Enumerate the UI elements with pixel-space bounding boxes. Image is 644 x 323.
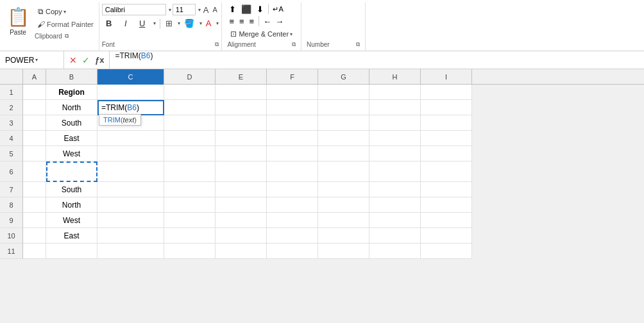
increase-font-size-button[interactable]: A bbox=[202, 5, 210, 15]
confirm-formula-icon[interactable]: ✓ bbox=[82, 55, 90, 65]
align-middle-button[interactable]: ⬛ bbox=[239, 4, 253, 14]
cell-I6[interactable] bbox=[421, 162, 472, 182]
cell-name-box[interactable]: POWER ▾ bbox=[0, 51, 64, 69]
cell-A8[interactable] bbox=[23, 197, 46, 213]
cell-B5[interactable]: West bbox=[46, 146, 97, 162]
formula-input[interactable]: =TRIM(B6) bbox=[110, 51, 644, 69]
cell-F1[interactable] bbox=[267, 85, 318, 100]
format-painter-button[interactable]: 🖌 Format Painter bbox=[35, 19, 96, 30]
cell-A6[interactable] bbox=[23, 162, 46, 182]
cell-F10[interactable] bbox=[267, 228, 318, 244]
cell-I2[interactable] bbox=[421, 100, 472, 115]
increase-indent-button[interactable]: → bbox=[274, 17, 285, 26]
col-header-B[interactable]: B bbox=[46, 69, 97, 85]
cell-C6[interactable] bbox=[97, 162, 164, 182]
cell-E5[interactable] bbox=[216, 146, 267, 162]
col-header-G[interactable]: G bbox=[318, 69, 369, 85]
col-header-I[interactable]: I bbox=[421, 69, 472, 85]
bold-button[interactable]: B bbox=[102, 17, 116, 29]
cell-A10[interactable] bbox=[23, 228, 46, 244]
row-header-6[interactable]: 6 bbox=[0, 162, 23, 182]
cell-A1[interactable] bbox=[23, 85, 46, 100]
row-header-1[interactable]: 1 bbox=[0, 85, 23, 100]
cell-F2[interactable] bbox=[267, 100, 318, 115]
cell-B11[interactable] bbox=[46, 244, 97, 259]
cell-C5[interactable] bbox=[97, 146, 164, 162]
cell-A3[interactable] bbox=[23, 115, 46, 131]
copy-dropdown-arrow[interactable]: ▾ bbox=[64, 9, 66, 15]
align-right-button[interactable]: ≡ bbox=[248, 17, 257, 26]
cell-A5[interactable] bbox=[23, 146, 46, 162]
merge-dropdown[interactable]: ▾ bbox=[290, 31, 292, 37]
cell-E1[interactable] bbox=[216, 85, 267, 100]
cell-B7[interactable]: South bbox=[46, 182, 97, 197]
cell-F8[interactable] bbox=[267, 197, 318, 213]
col-header-C[interactable]: C bbox=[97, 69, 164, 85]
cell-H6[interactable] bbox=[369, 162, 421, 182]
cell-D7[interactable] bbox=[164, 182, 216, 197]
cell-H10[interactable] bbox=[369, 228, 421, 244]
cell-D2[interactable] bbox=[164, 100, 216, 115]
font-color-button[interactable]: A bbox=[205, 19, 213, 28]
cell-F7[interactable] bbox=[267, 182, 318, 197]
cell-G5[interactable] bbox=[318, 146, 369, 162]
cell-F9[interactable] bbox=[267, 213, 318, 228]
cell-G4[interactable] bbox=[318, 131, 369, 146]
cell-F5[interactable] bbox=[267, 146, 318, 162]
merge-center-button[interactable]: ⊡ Merge & Center ▾ bbox=[227, 28, 296, 40]
font-name-input[interactable] bbox=[102, 4, 166, 15]
decrease-font-size-button[interactable]: A bbox=[211, 6, 218, 13]
cell-I3[interactable] bbox=[421, 115, 472, 131]
cell-C11[interactable] bbox=[97, 244, 164, 259]
row-header-5[interactable]: 5 bbox=[0, 146, 23, 162]
row-header-8[interactable]: 8 bbox=[0, 197, 23, 213]
cell-G8[interactable] bbox=[318, 197, 369, 213]
cell-B8[interactable]: North bbox=[46, 197, 97, 213]
cell-E10[interactable] bbox=[216, 228, 267, 244]
font-expand-icon[interactable]: ⧉ bbox=[215, 41, 219, 48]
cell-H1[interactable] bbox=[369, 85, 421, 100]
cell-B4[interactable]: East bbox=[46, 131, 97, 146]
decrease-indent-button[interactable]: ← bbox=[262, 17, 273, 26]
cell-H2[interactable] bbox=[369, 100, 421, 115]
alignment-expand-icon[interactable]: ⧉ bbox=[292, 41, 296, 48]
row-header-9[interactable]: 9 bbox=[0, 213, 23, 228]
align-center-button[interactable]: ≡ bbox=[237, 17, 246, 26]
fill-color-button[interactable]: 🪣 bbox=[183, 19, 196, 28]
cell-G10[interactable] bbox=[318, 228, 369, 244]
cell-D6[interactable] bbox=[164, 162, 216, 182]
font-size-dropdown[interactable]: ▾ bbox=[198, 7, 201, 13]
row-header-10[interactable]: 10 bbox=[0, 228, 23, 244]
cell-H9[interactable] bbox=[369, 213, 421, 228]
cell-D5[interactable] bbox=[164, 146, 216, 162]
cell-B9[interactable]: West bbox=[46, 213, 97, 228]
row-header-7[interactable]: 7 bbox=[0, 182, 23, 197]
number-expand-icon[interactable]: ⧉ bbox=[356, 41, 360, 48]
align-top-button[interactable]: ⬆ bbox=[227, 4, 238, 14]
cell-D4[interactable] bbox=[164, 131, 216, 146]
cell-I10[interactable] bbox=[421, 228, 472, 244]
cell-E2[interactable] bbox=[216, 100, 267, 115]
col-header-A[interactable]: A bbox=[23, 69, 46, 85]
cell-H3[interactable] bbox=[369, 115, 421, 131]
cell-A7[interactable] bbox=[23, 182, 46, 197]
copy-button[interactable]: ⧉ Copy ▾ bbox=[35, 5, 96, 18]
italic-button[interactable]: I bbox=[119, 17, 133, 29]
cell-H7[interactable] bbox=[369, 182, 421, 197]
cell-F3[interactable] bbox=[267, 115, 318, 131]
cell-C2[interactable]: =TRIM(B6) TRIM(text) bbox=[97, 100, 164, 115]
select-all-button[interactable] bbox=[0, 69, 23, 84]
cell-D8[interactable] bbox=[164, 197, 216, 213]
cell-F11[interactable] bbox=[267, 244, 318, 259]
font-name-dropdown[interactable]: ▾ bbox=[169, 7, 171, 13]
cell-G1[interactable] bbox=[318, 85, 369, 100]
cell-B2[interactable]: North bbox=[46, 100, 97, 115]
cell-D1[interactable] bbox=[164, 85, 216, 100]
cell-F4[interactable] bbox=[267, 131, 318, 146]
cell-E4[interactable] bbox=[216, 131, 267, 146]
wrap-text-button[interactable]: ↵A bbox=[271, 5, 284, 13]
cell-G2[interactable] bbox=[318, 100, 369, 115]
cell-B10[interactable]: East bbox=[46, 228, 97, 244]
cell-E7[interactable] bbox=[216, 182, 267, 197]
cell-B6[interactable] bbox=[46, 162, 97, 182]
